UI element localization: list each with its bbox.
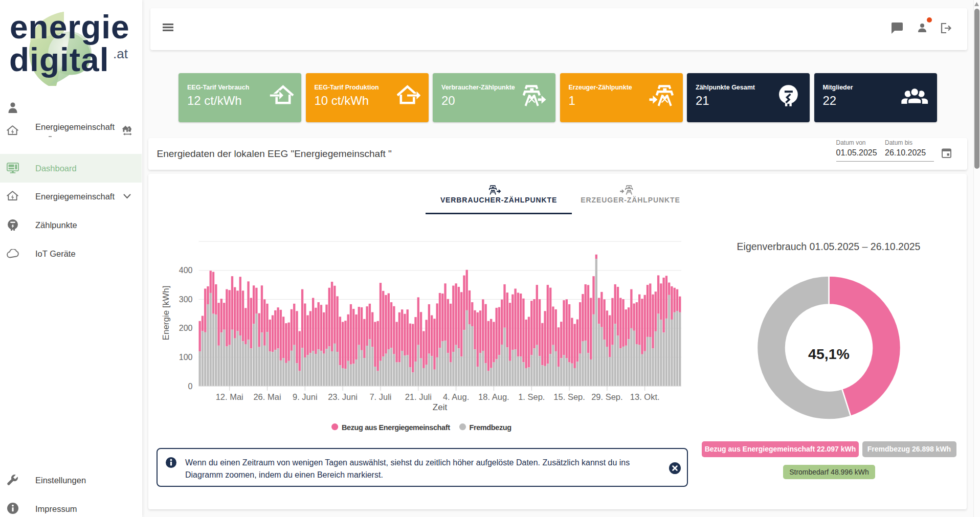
svg-text:12. Mai: 12. Mai [216,392,243,401]
svg-text:23. Juni: 23. Juni [328,392,358,401]
svg-text:9. Juni: 9. Juni [293,392,318,401]
svg-text:Zeit: Zeit [433,402,448,412]
svg-text:45,1%: 45,1% [808,346,850,362]
svg-text:21. Juli: 21. Juli [405,392,432,401]
svg-text:100: 100 [179,353,193,362]
svg-text:1. Sep.: 1. Sep. [518,392,545,401]
svg-text:400: 400 [179,266,193,275]
svg-text:18. Aug.: 18. Aug. [478,392,509,401]
svg-text:15. Sep.: 15. Sep. [553,392,585,401]
svg-text:300: 300 [179,295,193,304]
svg-text:.at: .at [113,46,128,61]
svg-text:energie: energie [10,10,130,46]
svg-text:0: 0 [188,382,193,391]
svg-text:29. Sep.: 29. Sep. [591,392,622,401]
svg-text:26. Mai: 26. Mai [253,392,281,401]
svg-text:Fremdbezug: Fremdbezug [470,423,511,432]
svg-text:Bezug aus Energiegemeinschaft: Bezug aus Energiegemeinschaft [342,423,450,432]
svg-text:4. Aug.: 4. Aug. [443,392,469,401]
svg-text:200: 200 [179,324,193,332]
svg-text:Energie [kWh]: Energie [kWh] [161,286,171,341]
svg-text:13. Okt.: 13. Okt. [630,392,660,401]
svg-text:digital: digital [9,41,109,78]
svg-text:7. Juli: 7. Juli [369,392,391,401]
